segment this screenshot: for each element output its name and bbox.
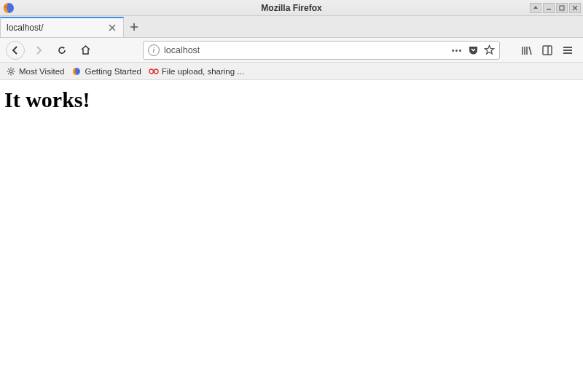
toolbar-right <box>520 44 577 57</box>
navigation-toolbar: i ••• <box>0 38 583 63</box>
window-close-button[interactable] <box>569 3 581 13</box>
window-up-button[interactable] <box>530 3 541 13</box>
url-bar[interactable]: i ••• <box>143 41 500 60</box>
svg-point-5 <box>9 70 12 73</box>
window-minimize-button[interactable] <box>543 3 555 13</box>
bookmark-most-visited[interactable]: Most Visited <box>6 66 64 77</box>
tab-close-icon[interactable] <box>107 23 117 33</box>
bookmark-label: Getting Started <box>85 67 141 76</box>
more-actions-icon[interactable]: ••• <box>451 44 463 56</box>
svg-line-13 <box>8 73 9 74</box>
firefox-icon <box>71 66 82 77</box>
bookmark-label: File upload, sharing ... <box>162 67 244 76</box>
window-titlebar: Mozilla Firefox <box>0 0 583 16</box>
new-tab-button[interactable] <box>124 17 144 37</box>
window-controls <box>530 3 583 13</box>
bookmark-star-icon[interactable] <box>483 44 495 56</box>
forward-button[interactable] <box>29 41 48 60</box>
url-input[interactable] <box>164 45 447 55</box>
svg-rect-2 <box>560 6 564 10</box>
bookmark-getting-started[interactable]: Getting Started <box>71 66 141 77</box>
menu-icon[interactable] <box>561 44 574 57</box>
bookmarks-toolbar: Most Visited Getting Started File upload… <box>0 63 583 80</box>
tab-strip: localhost/ <box>0 16 583 38</box>
firefox-app-icon <box>2 1 15 15</box>
back-button[interactable] <box>6 41 25 60</box>
window-maximize-button[interactable] <box>556 3 568 13</box>
page-heading: It works! <box>4 87 579 112</box>
svg-rect-15 <box>149 69 154 74</box>
window-title: Mozilla Firefox <box>0 3 583 13</box>
svg-rect-3 <box>543 46 552 55</box>
svg-rect-16 <box>154 69 158 74</box>
home-button[interactable] <box>76 41 95 60</box>
bookmark-label: Most Visited <box>19 67 64 76</box>
site-identity-icon[interactable]: i <box>148 44 160 56</box>
svg-line-12 <box>13 68 14 69</box>
page-content: It works! <box>0 80 583 119</box>
svg-line-10 <box>8 68 9 69</box>
gear-icon <box>6 66 16 77</box>
tab-title: localhost/ <box>7 23 107 33</box>
sidebar-icon[interactable] <box>541 44 554 57</box>
tab-active[interactable]: localhost/ <box>0 17 124 37</box>
reload-button[interactable] <box>52 41 71 60</box>
svg-line-11 <box>13 73 14 74</box>
library-icon[interactable] <box>520 44 533 57</box>
svg-rect-1 <box>547 9 551 10</box>
link-icon <box>149 66 159 77</box>
bookmark-file-upload[interactable]: File upload, sharing ... <box>149 66 244 77</box>
pocket-icon[interactable] <box>467 44 479 56</box>
